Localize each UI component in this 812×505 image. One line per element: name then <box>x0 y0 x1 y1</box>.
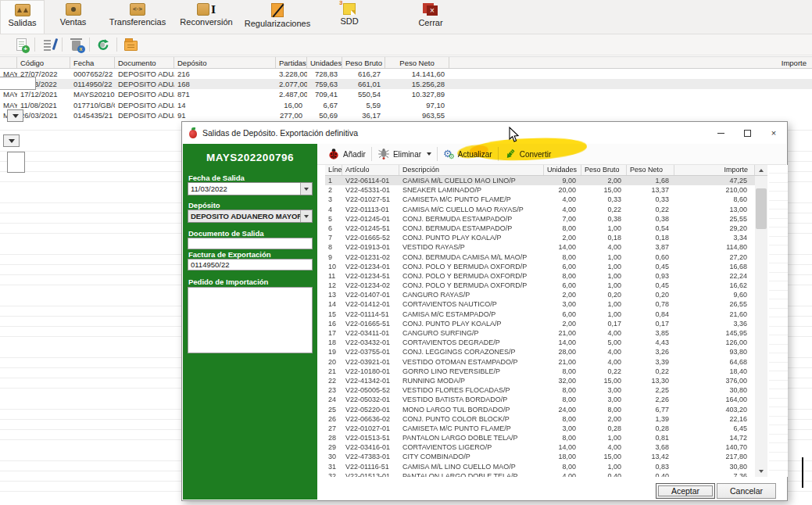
table-row[interactable]: 26V22-06636-02CONJ. PUNTO COLOR BLOCK/P8… <box>325 414 755 424</box>
edit-record-button[interactable] <box>38 36 59 53</box>
new-record-button[interactable]: + <box>11 36 31 53</box>
tab-label: Salidas <box>8 18 36 27</box>
column-header-importe[interactable]: Importe <box>449 57 812 68</box>
table-row[interactable]: 29V22-03416-01CORTAVIENTOS LIGERO/P14,00… <box>325 442 755 452</box>
column-header-descripcion[interactable]: Descripción <box>399 165 544 175</box>
table-cell: MAYS202102796 <box>0 89 17 99</box>
table-row[interactable]: 9V22-01231-02CONJ. BERMUDA CAMISA M/L MA… <box>325 252 755 262</box>
table-row[interactable]: 28V22-01513-51PANTALON LARGO DOBLE TELA/… <box>325 433 755 442</box>
dropdown-button-fragment[interactable] <box>7 109 23 122</box>
table-row[interactable]: 12V22-01234-02CONJ. POLO Y BERMUDA OXFOR… <box>325 281 755 290</box>
delete-menu-button[interactable]: Eliminar <box>372 145 437 163</box>
table-row[interactable]: 10V22-01234-01CONJ. POLO Y BERMUDA OXFOR… <box>325 262 755 271</box>
column-header-fecha[interactable]: Fecha <box>70 57 115 68</box>
table-row[interactable]: 24V22-05032-01VESTIDO BATISTA BORDADO/P8… <box>325 395 755 404</box>
dropdown-button-fragment[interactable] <box>3 134 20 147</box>
chevron-down-icon[interactable] <box>300 183 312 195</box>
table-row[interactable]: 17V22-03411-01CANGURO SURFING/P21,004,00… <box>325 328 755 338</box>
dialog-titlebar[interactable]: Salidas de Depósito. Exportación definit… <box>182 122 787 144</box>
tab-transferencias[interactable]: <·> Transferencias <box>102 0 173 34</box>
deposito-combo[interactable]: DEPOSITO ADUANERO MAYOR <box>188 210 313 223</box>
column-header-peso-bruto[interactable]: Peso Bruto <box>581 165 627 175</box>
table-cell: 27 <box>325 424 342 433</box>
table-row[interactable]: 19V22-03755-01CONJ. LEGGINGS CORAZONES/P… <box>325 347 755 356</box>
tab-reconversion[interactable]: I Reconversión <box>173 0 239 34</box>
column-header-peso-neto[interactable]: Peso Neto <box>385 57 449 68</box>
column-header-linea[interactable]: Línea <box>325 165 342 175</box>
minimize-button[interactable] <box>707 122 734 144</box>
table-row[interactable]: 22V22-41342-01RUNNING MODA/P32,0015,0013… <box>325 376 755 385</box>
table-row[interactable]: MAYS20210179611/08/2021017710/GB/G1DEPOS… <box>0 100 812 110</box>
table-row[interactable]: 4V22-01113-01CAMISA M/C CUELLO MAO RAYAS… <box>325 205 755 214</box>
table-row[interactable]: 8V22-01913-01VESTIDO RAYAS/P14,004,003,8… <box>325 242 755 252</box>
column-header-documento[interactable]: Documento <box>115 57 174 68</box>
archive-button[interactable] <box>120 36 141 53</box>
table-row[interactable]: MAYS20220079611/03/20220114950/22DEPOSIT… <box>0 79 812 89</box>
table-row[interactable]: 14V22-01412-01CORTAVIENTOS NAUTICO/P3,00… <box>325 299 755 309</box>
column-header-unidades[interactable]: Unidades <box>544 165 581 175</box>
table-cell: V22-06114-01 <box>342 176 399 185</box>
table-row[interactable]: 11V22-01234-51CONJ. POLO Y BERMUDA OXFOR… <box>325 271 755 281</box>
table-row[interactable]: 18V22-03432-01CORTAVIENTOS DEGRADE/P14,0… <box>325 338 755 347</box>
table-cell: 91 <box>174 110 276 120</box>
fecha-salida-combo[interactable]: 11/03/2022 <box>188 182 313 195</box>
table-row[interactable]: 6V22-01245-51CONJ. BERMUDA ESTAMPADO/P8,… <box>325 224 755 233</box>
maximize-button[interactable] <box>734 122 760 144</box>
documento-salida-input[interactable] <box>188 238 313 249</box>
close-button[interactable]: × <box>760 122 787 144</box>
table-cell: V22-01231-02 <box>342 252 399 262</box>
table-row[interactable]: 1V22-06114-01CAMISA M/L CUELLO MAO LINO/… <box>325 176 755 185</box>
column-header-partidas[interactable]: Partidas <box>276 57 307 68</box>
table-row[interactable]: 13V22-01407-01CANGURO RAYAS/P2,000,200,2… <box>325 290 755 299</box>
table-row[interactable]: 7V22-01665-52CONJ. PUNTO PLAY KOALA/P2,0… <box>325 233 755 242</box>
table-row[interactable]: 21V22-10180-01GORRO LINO REVERSIBLE/P8,0… <box>325 367 755 376</box>
factura-exportacion-input[interactable] <box>188 259 313 270</box>
column-header-articulo[interactable]: Artículo <box>342 165 399 175</box>
delete-record-button[interactable]: x <box>66 36 86 53</box>
column-header-peso-neto[interactable]: Peso Neto <box>627 165 674 175</box>
tab-label: Ventas <box>60 17 87 27</box>
scrollbar-thumb[interactable] <box>756 188 767 229</box>
table-row[interactable]: MAYS20220179627/07/20220007652/22DEPOSIT… <box>0 69 812 79</box>
table-row[interactable]: 31V22-01116-51CAMISA M/L LINO CUELLO MAO… <box>325 462 755 471</box>
scroll-up-button[interactable] <box>755 165 767 175</box>
tab-ventas[interactable]: Ventas <box>45 0 102 34</box>
table-cell: 6,00 <box>544 281 581 290</box>
tab-salidas[interactable]: Salidas <box>0 0 45 34</box>
table-cell: 2,00 <box>544 319 581 328</box>
cancel-button[interactable]: Cancelar <box>717 483 776 499</box>
table-cell: 28,00 <box>544 347 581 356</box>
accept-button[interactable]: Aceptar <box>656 483 715 499</box>
tab-cerrar[interactable]: × Cerrar <box>403 0 458 34</box>
table-row[interactable]: 15V22-01114-51CAMISA M/C ESTAMPADO/P6,00… <box>325 310 755 319</box>
table-row[interactable]: 23V22-05005-52VESTIDO FLORES FLOCADAS/P8… <box>325 385 755 395</box>
add-button[interactable]: Añadir <box>322 145 371 163</box>
export-dialog: Salidas de Depósito. Exportación definit… <box>181 121 788 501</box>
table-cell: 759,63 <box>307 79 342 89</box>
table-row[interactable]: MAYS20210079626/03/20210145435/21DEPOSIT… <box>0 110 812 120</box>
scroll-down-button[interactable] <box>755 465 767 477</box>
table-row[interactable]: 25V22-05220-01MONO LARGO TUL BORDADO/P24… <box>325 405 755 414</box>
column-header-peso-bruto[interactable]: Peso Bruto <box>342 57 385 68</box>
table-row[interactable]: 30V22-47383-01CITY COMBINADO/P18,0015,00… <box>325 452 755 461</box>
table-row[interactable]: 5V22-01245-01CONJ. BERMUDA ESTAMPADO/P7,… <box>325 214 755 224</box>
column-header-codigo[interactable]: Código <box>17 57 70 68</box>
table-row[interactable]: 2V22-45331-01SNEAKER LAMINADO/P20,0015,0… <box>325 185 755 195</box>
table-row[interactable]: 16V22-01665-51CONJ. PUNTO PLAY KOALA/P2,… <box>325 319 755 328</box>
chevron-down-icon[interactable] <box>300 210 312 222</box>
regularizaciones-doc-icon <box>271 3 284 17</box>
tab-regularizaciones[interactable]: Regularizaciones <box>239 0 316 34</box>
pedido-importacion-textarea[interactable] <box>188 287 313 353</box>
refresh-button[interactable] <box>93 36 113 53</box>
column-header-deposito[interactable]: Depósito <box>174 57 276 68</box>
tab-sdd[interactable]: 3 SDD <box>322 0 377 34</box>
vertical-scrollbar[interactable] <box>755 176 767 477</box>
table-row[interactable]: 3V22-01027-51CAMISETA M/C PUNTO FLAME/P4… <box>325 195 755 204</box>
table-row[interactable]: MAYS20210279617/12/2021MAYS202102796DEPO… <box>0 89 812 99</box>
table-row[interactable]: 27V22-01027-01CAMISETA M/C PUNTO FLAME/P… <box>325 424 755 433</box>
table-cell: 17/12/2021 <box>17 89 70 99</box>
table-row[interactable]: 32V22-01513-01PANTALON LARGO DOBLE TELA/… <box>325 471 755 477</box>
column-header-unidades[interactable]: Unidades <box>307 57 342 68</box>
table-row[interactable]: 20V22-03921-01VESTIDO OTOMAN ESTAMPADO/P… <box>325 357 755 367</box>
column-header-importe[interactable]: Importe <box>674 165 755 175</box>
